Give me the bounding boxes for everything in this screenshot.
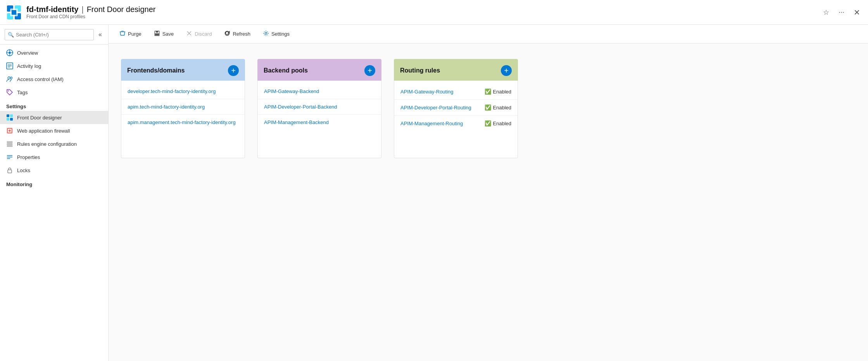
routing-item-2-name[interactable]: APIM-Developer-Portal-Routing <box>400 105 485 111</box>
purge-button[interactable]: Purge <box>115 28 146 40</box>
main-layout: 🔍 « Overview Activity log <box>0 25 868 361</box>
sidebar-item-label-rules-engine: Rules engine configuration <box>17 141 77 147</box>
sidebar-monitoring-section: Monitoring <box>0 177 108 189</box>
svg-rect-33 <box>8 170 12 173</box>
sidebar-settings-section: Settings <box>0 99 108 111</box>
waf-icon <box>6 127 13 134</box>
routing-item-1-status-icon: ✅ <box>485 88 491 95</box>
routing-item-1-name[interactable]: APIM-Gateway-Routing <box>400 89 485 95</box>
frontends-add-button[interactable]: + <box>228 65 239 76</box>
sidebar-search-area: 🔍 « <box>0 25 108 45</box>
favorite-button[interactable]: ☆ <box>821 7 831 18</box>
routing-add-button[interactable]: + <box>501 65 512 76</box>
designer-area: Frontends/domains + developer.tech-mind-… <box>109 43 868 237</box>
frontend-item-2[interactable]: apim.tech-mind-factory-identity.org <box>121 99 245 115</box>
sidebar-item-rules-engine[interactable]: Rules engine configuration <box>0 137 108 150</box>
routing-item-2-status-label: Enabled <box>493 105 511 111</box>
sidebar: 🔍 « Overview Activity log <box>0 25 109 361</box>
routing-item-3-name[interactable]: APIM-Management-Routing <box>400 121 485 126</box>
header-title-block: fd-tmf-identity | Front Door designer Fr… <box>26 5 156 19</box>
settings-icon <box>263 30 269 38</box>
sidebar-item-label-activity-log: Activity log <box>17 63 41 69</box>
svg-point-17 <box>10 77 12 79</box>
tags-icon <box>6 89 13 96</box>
save-button[interactable]: Save <box>149 28 179 40</box>
discard-label: Discard <box>195 31 212 37</box>
sidebar-item-label-waf: Web application firewall <box>17 128 70 134</box>
refresh-icon <box>224 30 230 38</box>
properties-icon <box>6 154 13 161</box>
backend-item-3[interactable]: APIM-Management-Backend <box>258 115 381 130</box>
sidebar-item-label-properties: Properties <box>17 154 40 160</box>
sidebar-item-access-control[interactable]: Access control (IAM) <box>0 73 108 86</box>
svg-rect-27 <box>7 142 12 143</box>
routing-item-1-status-label: Enabled <box>493 89 511 95</box>
overview-icon <box>6 49 13 56</box>
backend-item-1[interactable]: APIM-Gateway-Backend <box>258 84 381 99</box>
close-button[interactable]: ✕ <box>852 6 862 19</box>
svg-point-18 <box>8 90 9 91</box>
app-header: fd-tmf-identity | Front Door designer Fr… <box>0 0 868 25</box>
designer-content: Frontends/domains + developer.tech-mind-… <box>109 43 868 361</box>
sidebar-item-web-application-firewall[interactable]: Web application firewall <box>0 124 108 137</box>
sidebar-item-locks[interactable]: Locks <box>0 164 108 177</box>
right-panel: Purge Save Discard Refr <box>109 25 868 361</box>
refresh-label: Refresh <box>233 31 250 37</box>
refresh-button[interactable]: Refresh <box>219 28 255 40</box>
backends-card-title: Backend pools <box>264 67 308 74</box>
sidebar-item-properties[interactable]: Properties <box>0 150 108 164</box>
page-name: Front Door designer <box>87 5 156 14</box>
frontend-item-3[interactable]: apim.management.tech-mind-factory-identi… <box>121 115 245 130</box>
frontends-card-title: Frontends/domains <box>127 67 185 74</box>
search-row: 🔍 « <box>5 28 104 41</box>
svg-rect-29 <box>7 145 12 147</box>
purge-label: Purge <box>128 31 142 37</box>
svg-rect-20 <box>10 114 13 117</box>
more-options-button[interactable]: ··· <box>837 7 846 18</box>
sidebar-item-tags[interactable]: Tags <box>0 86 108 99</box>
svg-rect-36 <box>156 31 158 33</box>
sidebar-item-label-overview: Overview <box>17 50 38 56</box>
save-icon <box>154 30 160 38</box>
discard-icon <box>186 30 192 38</box>
resource-name: fd-tmf-identity <box>26 5 78 14</box>
search-wrapper: 🔍 <box>5 29 94 40</box>
discard-button[interactable]: Discard <box>181 28 216 40</box>
svg-rect-19 <box>7 114 9 117</box>
svg-point-40 <box>265 33 267 35</box>
sidebar-nav: Overview Activity log Access control (IA… <box>0 45 108 361</box>
settings-button[interactable]: Settings <box>258 28 294 40</box>
routing-card: Routing rules + APIM-Gateway-Routing ✅ E… <box>394 59 518 158</box>
routing-item-2-status: ✅ Enabled <box>485 104 511 111</box>
backend-item-2[interactable]: APIM-Developer-Portal-Backend <box>258 99 381 115</box>
routing-item-1-status: ✅ Enabled <box>485 88 511 95</box>
routing-item-3: APIM-Management-Routing ✅ Enabled <box>394 116 518 131</box>
sidebar-item-front-door-designer[interactable]: Front Door designer <box>0 111 108 124</box>
svg-rect-5 <box>12 10 16 15</box>
frontends-card: Frontends/domains + developer.tech-mind-… <box>121 59 245 158</box>
svg-point-16 <box>8 77 10 79</box>
routing-card-header: Routing rules + <box>394 59 518 81</box>
app-icon <box>6 5 22 20</box>
header-title: fd-tmf-identity | Front Door designer <box>26 5 156 14</box>
routing-item-1: APIM-Gateway-Routing ✅ Enabled <box>394 84 518 100</box>
backends-card: Backend pools + APIM-Gateway-Backend API… <box>257 59 381 158</box>
sidebar-item-activity-log[interactable]: Activity log <box>0 59 108 73</box>
title-separator: | <box>81 5 83 14</box>
sidebar-item-overview[interactable]: Overview <box>0 46 108 59</box>
routing-card-title: Routing rules <box>400 67 440 74</box>
search-input[interactable] <box>5 29 94 40</box>
frontend-item-1[interactable]: developer.tech-mind-factory-identity.org <box>121 84 245 99</box>
routing-item-3-status: ✅ Enabled <box>485 120 511 126</box>
svg-rect-22 <box>10 118 13 121</box>
backends-add-button[interactable]: + <box>364 65 375 76</box>
svg-rect-21 <box>7 118 9 121</box>
svg-rect-28 <box>7 143 12 145</box>
locks-icon <box>6 167 13 174</box>
frontends-card-body: developer.tech-mind-factory-identity.org… <box>121 81 245 158</box>
backends-card-body: APIM-Gateway-Backend APIM-Developer-Port… <box>257 81 381 158</box>
sidebar-item-label-front-door-designer: Front Door designer <box>17 115 62 121</box>
collapse-sidebar-button[interactable]: « <box>97 28 104 41</box>
save-label: Save <box>162 31 174 37</box>
backends-card-header: Backend pools + <box>257 59 381 81</box>
